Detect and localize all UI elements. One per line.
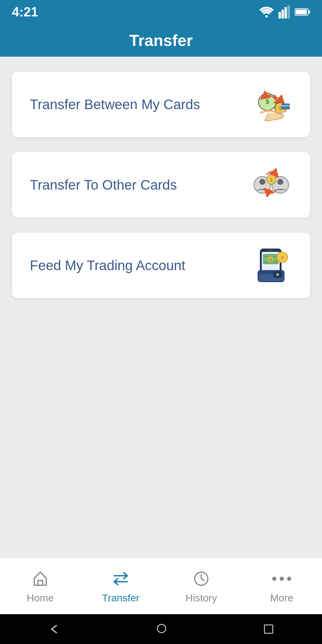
status-icons	[259, 5, 310, 18]
history-icon	[191, 568, 212, 589]
svg-text:$: $	[279, 105, 282, 111]
nav-label-more: More	[270, 592, 293, 604]
bottom-navigation: Home Transfer History M	[0, 558, 322, 614]
wifi-icon	[259, 6, 274, 18]
transfer-between-my-cards-card[interactable]: Transfer Between My Cards $ $	[12, 72, 310, 137]
nav-label-history: History	[185, 592, 217, 604]
feed-my-trading-account-icon: $ $	[250, 244, 292, 286]
nav-item-history[interactable]: History	[168, 568, 234, 604]
nav-item-transfer[interactable]: Transfer	[88, 568, 154, 604]
transfer-between-my-cards-icon: $ $	[250, 83, 292, 125]
signal-icon	[278, 5, 290, 18]
battery-icon	[295, 7, 310, 16]
app-header: Transfer	[0, 24, 322, 57]
svg-rect-4	[287, 5, 290, 18]
transfer-icon	[110, 568, 131, 589]
svg-rect-38	[38, 580, 43, 585]
svg-text:$: $	[281, 255, 284, 260]
svg-text:$: $	[270, 177, 273, 182]
feed-my-trading-account-card[interactable]: Feed My Trading Account $	[12, 233, 310, 298]
nav-label-home: Home	[27, 592, 54, 604]
svg-rect-1	[278, 12, 281, 18]
back-button[interactable]	[48, 623, 60, 635]
home-button[interactable]	[156, 623, 168, 636]
svg-rect-44	[264, 625, 273, 633]
svg-rect-14	[282, 105, 290, 106]
transfer-between-my-cards-label: Transfer Between My Cards	[30, 96, 200, 112]
svg-rect-3	[284, 7, 287, 18]
home-icon	[30, 568, 51, 589]
svg-rect-6	[308, 10, 310, 13]
svg-point-18	[277, 179, 283, 185]
svg-point-16	[259, 179, 265, 185]
system-nav-bar	[0, 614, 322, 644]
svg-rect-7	[295, 10, 307, 14]
nav-item-more[interactable]: More	[249, 568, 315, 604]
more-icon	[271, 568, 292, 589]
svg-point-40	[272, 577, 276, 581]
svg-rect-2	[281, 10, 284, 18]
feed-my-trading-account-label: Feed My Trading Account	[30, 257, 185, 273]
transfer-to-other-cards-card[interactable]: Transfer To Other Cards $	[12, 152, 310, 218]
svg-text:$: $	[270, 258, 272, 261]
status-time: 4:21	[12, 4, 38, 19]
transfer-to-other-cards-icon: $	[250, 164, 292, 206]
svg-point-42	[287, 577, 291, 581]
svg-point-43	[157, 624, 166, 633]
nav-item-home[interactable]: Home	[7, 568, 73, 604]
main-content: Transfer Between My Cards $ $	[0, 57, 322, 558]
svg-point-35	[276, 273, 279, 276]
transfer-to-other-cards-label: Transfer To Other Cards	[30, 177, 177, 193]
nav-label-transfer: Transfer	[102, 592, 139, 604]
svg-point-0	[265, 15, 268, 18]
svg-point-23	[270, 250, 272, 251]
status-bar: 4:21	[0, 0, 322, 24]
svg-point-41	[280, 577, 284, 581]
recents-button[interactable]	[263, 624, 274, 634]
svg-text:$: $	[266, 98, 269, 105]
page-title: Transfer	[129, 31, 193, 49]
